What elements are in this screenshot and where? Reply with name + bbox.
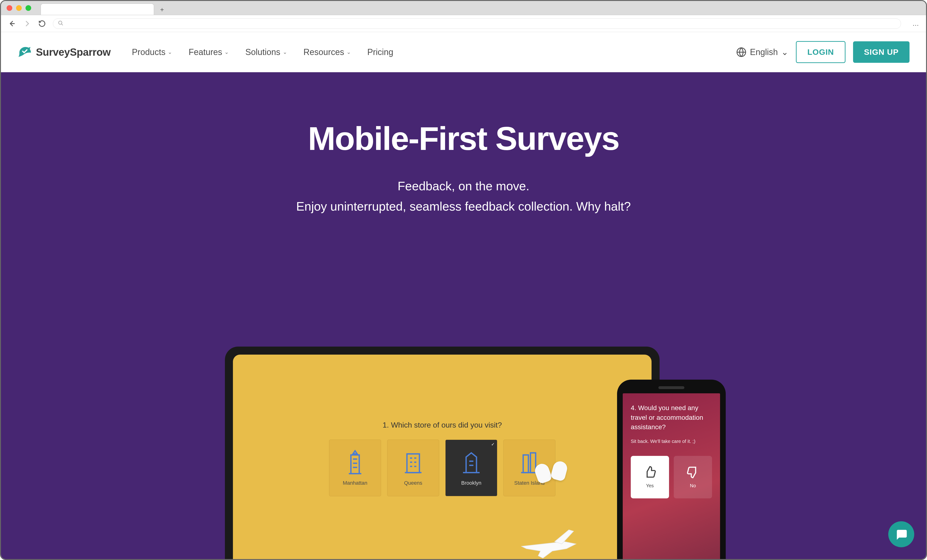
hero-subtitle-2: Enjoy uninterrupted, seamless feedback c… xyxy=(296,199,631,213)
option-brooklyn[interactable]: Brooklyn xyxy=(445,440,497,496)
hero-title: Mobile-First Surveys xyxy=(308,120,619,158)
window-close-button[interactable] xyxy=(7,5,12,11)
tablet-question: 1. Which store of ours did you visit? xyxy=(233,421,652,429)
nav-pricing[interactable]: Pricing xyxy=(367,47,394,57)
nav-label: Resources xyxy=(304,47,344,57)
choice-label: No xyxy=(690,483,696,489)
main-nav: Products ⌄ Features ⌄ Solutions ⌄ Resour… xyxy=(132,47,393,57)
hero-section: Mobile-First Surveys Feedback, on the mo… xyxy=(1,72,926,559)
building-icon xyxy=(460,450,482,476)
reload-button[interactable] xyxy=(38,19,46,28)
tablet-mockup: 1. Which store of ours did you visit? Ma… xyxy=(225,347,660,559)
browser-toolbar: … xyxy=(1,15,926,32)
chat-icon xyxy=(895,528,908,541)
language-selector[interactable]: English ⌄ xyxy=(736,47,788,58)
option-label: Manhattan xyxy=(343,480,367,486)
language-label: English xyxy=(750,47,778,57)
tablet-screen: 1. Which store of ours did you visit? Ma… xyxy=(233,355,652,559)
svg-rect-3 xyxy=(523,455,529,473)
thumbs-down-icon xyxy=(686,466,699,479)
chevron-down-icon: ⌄ xyxy=(225,49,229,55)
airplane-decoration xyxy=(512,518,583,559)
signup-button[interactable]: SIGN UP xyxy=(853,41,910,63)
choice-label: Yes xyxy=(646,483,654,489)
option-manhattan[interactable]: Manhattan xyxy=(329,440,381,496)
building-icon xyxy=(403,450,424,476)
nav-solutions[interactable]: Solutions ⌄ xyxy=(245,47,287,57)
site-logo[interactable]: SurveySparrow xyxy=(17,46,111,59)
browser-tabs: + xyxy=(41,1,167,15)
phone-mockup: 4. Would you need any travel or accommod… xyxy=(617,379,726,559)
window-maximize-button[interactable] xyxy=(26,5,31,11)
option-label: Queens xyxy=(404,480,422,486)
globe-icon xyxy=(736,47,746,58)
browser-tab[interactable] xyxy=(41,3,154,15)
earbuds-decoration xyxy=(536,461,571,485)
browser-menu-button[interactable]: … xyxy=(912,20,919,27)
chat-widget-button[interactable] xyxy=(888,521,914,547)
forward-button[interactable] xyxy=(23,19,31,28)
choice-no[interactable]: No xyxy=(674,456,712,498)
nav-label: Features xyxy=(188,47,222,57)
page-viewport: SurveySparrow Products ⌄ Features ⌄ Solu… xyxy=(1,32,926,559)
back-button[interactable] xyxy=(8,19,16,28)
chevron-down-icon: ⌄ xyxy=(346,49,351,55)
phone-help-text: Sit back. We'll take care of it. ;) xyxy=(631,439,712,444)
nav-actions: English ⌄ LOGIN SIGN UP xyxy=(736,41,910,63)
nav-resources[interactable]: Resources ⌄ xyxy=(304,47,351,57)
nav-label: Pricing xyxy=(367,47,394,57)
nav-label: Products xyxy=(132,47,166,57)
chevron-down-icon: ⌄ xyxy=(168,49,172,55)
svg-rect-2 xyxy=(407,454,419,473)
tablet-options: Manhattan Queens xyxy=(329,440,555,496)
nav-features[interactable]: Features ⌄ xyxy=(188,47,229,57)
choice-yes[interactable]: Yes xyxy=(631,456,669,498)
hero-subtitle-1: Feedback, on the move. xyxy=(398,179,529,193)
logo-text: SurveySparrow xyxy=(36,46,111,58)
chevron-down-icon: ⌄ xyxy=(781,47,788,57)
option-queens[interactable]: Queens xyxy=(387,440,439,496)
svg-point-0 xyxy=(59,21,62,24)
site-header: SurveySparrow Products ⌄ Features ⌄ Solu… xyxy=(1,32,926,72)
window-minimize-button[interactable] xyxy=(16,5,22,11)
device-mockup: 1. Which store of ours did you visit? Ma… xyxy=(220,347,707,559)
phone-question: 4. Would you need any travel or accommod… xyxy=(631,403,712,432)
building-icon xyxy=(345,450,366,476)
search-icon xyxy=(58,20,64,27)
browser-title-bar: + xyxy=(1,1,926,15)
phone-screen: 4. Would you need any travel or accommod… xyxy=(623,393,720,559)
login-button[interactable]: LOGIN xyxy=(796,41,846,63)
browser-window: + … Su xyxy=(0,0,927,560)
nav-label: Solutions xyxy=(245,47,280,57)
traffic-lights xyxy=(7,5,31,11)
nav-products[interactable]: Products ⌄ xyxy=(132,47,172,57)
thumbs-up-icon xyxy=(643,466,656,479)
logo-icon xyxy=(17,46,33,59)
phone-choices: Yes No xyxy=(631,456,712,498)
address-bar[interactable] xyxy=(53,18,901,29)
new-tab-button[interactable]: + xyxy=(157,5,167,15)
chevron-down-icon: ⌄ xyxy=(283,49,287,55)
option-label: Brooklyn xyxy=(461,480,482,486)
